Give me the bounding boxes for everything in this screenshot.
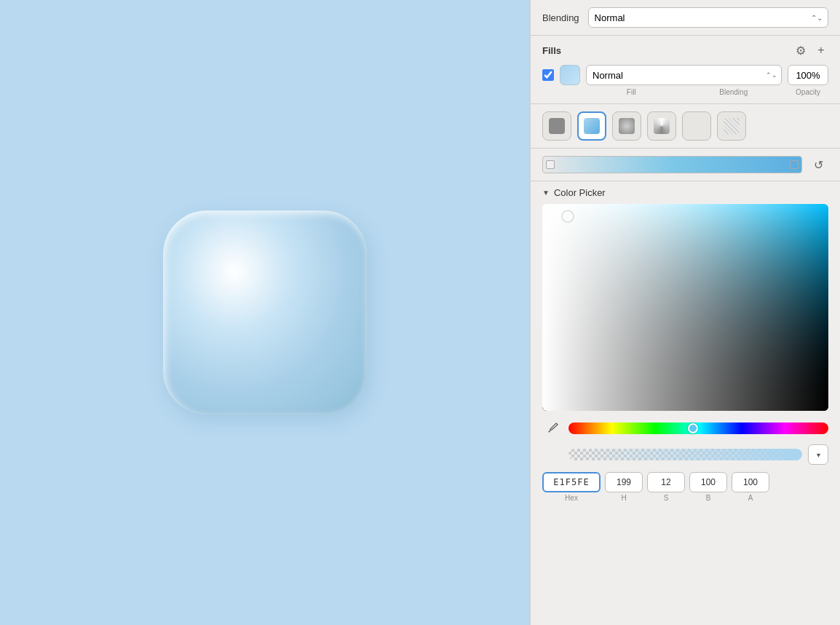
blending-select-wrapper[interactable]: Normal Multiply Screen Overlay	[588, 7, 828, 28]
noise-icon	[724, 118, 740, 134]
fills-gear-icon[interactable]: ⚙	[793, 43, 808, 58]
fills-actions: ⚙ +	[793, 43, 828, 58]
gradient-bar[interactable]	[542, 156, 802, 173]
fill-type-linear-btn[interactable]	[577, 111, 606, 141]
hue-row	[542, 418, 828, 439]
picker-handle[interactable]	[563, 211, 573, 221]
color-picker-header: ▼ Color Picker	[531, 181, 840, 204]
gradient-handle-right[interactable]	[790, 160, 799, 169]
fill-type-angular-btn[interactable]	[647, 111, 676, 141]
gradient-bar-row: ↺	[531, 149, 840, 181]
color-inputs-row: Hex H S B A	[542, 472, 828, 502]
s-input[interactable]	[647, 472, 685, 492]
hex-label: Hex	[565, 494, 578, 502]
b-label: B	[706, 494, 711, 502]
fill-type-solid-btn[interactable]	[542, 111, 571, 141]
fill-type-noise-btn[interactable]	[717, 111, 746, 141]
pattern-icon	[689, 118, 705, 134]
fills-row: Normal Multiply	[542, 65, 828, 85]
opacity-slider-row: ▾	[542, 444, 828, 465]
color-picker-section: ▼ Color Picker	[531, 181, 840, 625]
a-value-group: A	[732, 472, 769, 502]
b-input[interactable]	[689, 472, 727, 492]
b-value-group: B	[689, 472, 727, 502]
right-panel: Blending Normal Multiply Screen Overlay …	[530, 0, 840, 625]
fill-type-pattern-btn[interactable]	[682, 111, 711, 141]
fill-blending-wrapper[interactable]: Normal Multiply	[586, 65, 782, 85]
gradient-handle-left[interactable]	[546, 160, 555, 169]
fill-color-swatch[interactable]	[560, 65, 580, 85]
canvas-shape	[163, 211, 367, 414]
hue-slider[interactable]	[568, 422, 828, 434]
a-input[interactable]	[732, 472, 769, 492]
color-picker-title: Color Picker	[554, 187, 606, 198]
opacity-slider[interactable]	[568, 449, 802, 460]
h-value-group: H	[605, 472, 643, 502]
fill-types-row	[531, 104, 840, 149]
eyedropper-btn[interactable]	[542, 418, 563, 439]
blending-sub-label: Blending	[686, 88, 782, 96]
blending-select[interactable]: Normal Multiply Screen Overlay	[588, 7, 828, 28]
opacity-gradient	[568, 449, 802, 460]
fills-title: Fills	[542, 45, 561, 56]
a-label: A	[748, 494, 753, 502]
fill-sub-label: Fill	[583, 88, 680, 96]
hue-slider-thumb[interactable]	[688, 423, 698, 433]
h-label: H	[621, 494, 626, 502]
h-input[interactable]	[605, 472, 643, 492]
fills-labels: Fill Blending Opacity	[542, 88, 828, 96]
color-bottom-controls: ▾ Hex H S B	[531, 411, 840, 509]
fills-section: Fills ⚙ + Normal Multiply Fill Blending …	[531, 36, 840, 104]
opacity-sub-label: Opacity	[788, 88, 828, 96]
angular-gradient-icon	[654, 118, 670, 134]
s-value-group: S	[647, 472, 685, 502]
fills-header: Fills ⚙ +	[542, 43, 828, 58]
radial-gradient-icon	[619, 118, 635, 134]
blending-label: Blending	[542, 12, 579, 23]
fills-add-icon[interactable]: +	[814, 43, 828, 58]
canvas	[0, 0, 530, 625]
hex-input[interactable]	[542, 472, 601, 492]
opacity-dropdown-btn[interactable]: ▾	[808, 444, 828, 465]
collapse-triangle-icon[interactable]: ▼	[542, 189, 550, 197]
fill-blending-select[interactable]: Normal Multiply	[586, 65, 782, 85]
blending-row: Blending Normal Multiply Screen Overlay	[531, 0, 840, 36]
fill-type-radial-btn[interactable]	[612, 111, 641, 141]
refresh-btn[interactable]: ↺	[808, 154, 828, 175]
color-gradient-box[interactable]	[542, 204, 828, 411]
hex-input-wrapper: Hex	[542, 472, 601, 502]
fill-checkbox[interactable]	[542, 69, 554, 81]
fill-opacity-input[interactable]	[788, 65, 828, 85]
solid-icon	[549, 118, 565, 134]
s-label: S	[664, 494, 669, 502]
linear-gradient-icon	[584, 118, 600, 134]
